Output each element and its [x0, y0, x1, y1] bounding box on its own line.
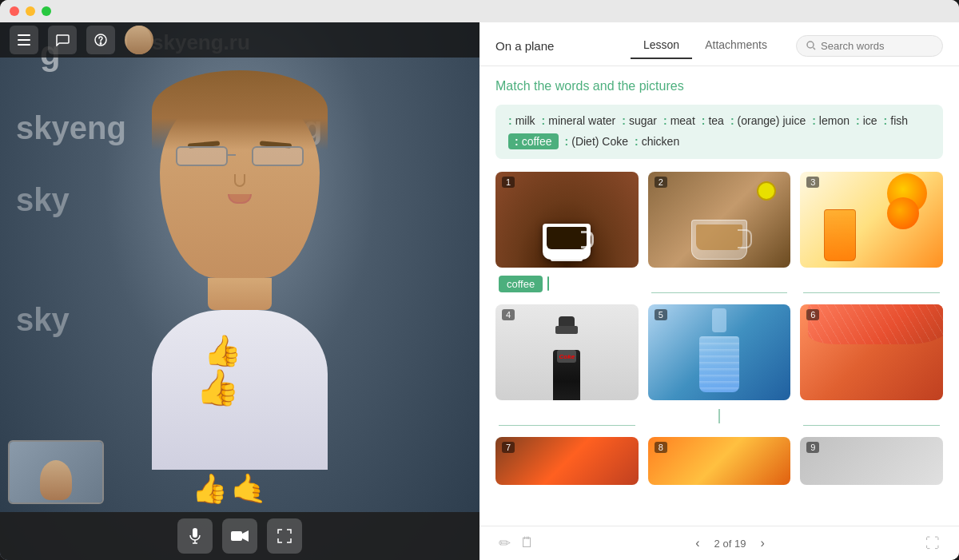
- answer-blank-4: [499, 407, 635, 426]
- help-button[interactable]: [86, 26, 115, 54]
- minimize-button[interactable]: [26, 6, 35, 16]
- image-card-1[interactable]: 1 coffee: [495, 172, 639, 295]
- word-tag-sugar[interactable]: sugar: [622, 114, 657, 127]
- video-panel: g skyeng.ru skyeng veng sky sky: [0, 22, 480, 560]
- word-tag-coffee[interactable]: coffee: [508, 133, 559, 149]
- svg-point-9: [807, 42, 814, 48]
- answer-blank-6: [803, 407, 940, 426]
- image-9[interactable]: 9: [800, 437, 943, 485]
- answer-word-1: coffee: [499, 276, 543, 292]
- answer-area-2: [648, 272, 791, 295]
- emoji-reaction-2: 👍: [196, 367, 240, 408]
- user-avatar[interactable]: [125, 26, 153, 54]
- image-number-9: 9: [806, 442, 819, 453]
- image-cola[interactable]: 4 Coke: [495, 304, 639, 400]
- search-input[interactable]: [821, 40, 933, 52]
- answer-blank-2: [651, 274, 788, 293]
- word-tag-milk[interactable]: milk: [508, 114, 535, 127]
- image-card-5[interactable]: 5: [648, 304, 791, 427]
- lesson-body: Match the words and the pictures milk mi…: [480, 66, 959, 526]
- image-number-7: 7: [502, 442, 515, 453]
- lesson-tabs: Lesson Attachments: [631, 32, 780, 59]
- svg-rect-1: [18, 39, 30, 41]
- tab-lesson[interactable]: Lesson: [631, 32, 692, 59]
- answer-area-6: [800, 405, 943, 427]
- word-tag-diet-coke[interactable]: (Diet) Coke: [565, 133, 628, 149]
- pagination: ✏ 🗒 ‹ 2 of 19 › ⛶: [480, 526, 959, 560]
- expand-button[interactable]: [267, 518, 302, 554]
- answer-area-1: coffee: [495, 272, 639, 295]
- prev-page-button[interactable]: ‹: [689, 533, 706, 554]
- search-icon: [806, 41, 816, 50]
- svg-point-4: [100, 43, 101, 44]
- image-number-1: 1: [502, 177, 515, 188]
- image-card-2[interactable]: 2: [648, 172, 791, 295]
- mini-video: [8, 440, 104, 504]
- word-tag-lemon[interactable]: lemon: [812, 114, 850, 127]
- lesson-title: On a plane: [495, 39, 554, 53]
- tab-attachments[interactable]: Attachments: [692, 32, 780, 59]
- lesson-header: On a plane Lesson Attachments: [480, 22, 959, 66]
- image-card-9[interactable]: 9: [800, 437, 943, 485]
- emoji-thumbsup: 👍: [192, 472, 228, 506]
- mic-button[interactable]: [177, 518, 213, 554]
- video-background: g skyeng.ru skyeng veng sky sky: [0, 22, 480, 560]
- image-number-4: 4: [502, 309, 515, 320]
- image-coffee[interactable]: 1: [495, 172, 639, 268]
- image-8[interactable]: 8: [648, 437, 791, 485]
- word-tag-tea[interactable]: tea: [702, 114, 724, 127]
- top-toolbar: [0, 22, 480, 58]
- image-number-2: 2: [655, 177, 667, 188]
- titlebar: [0, 0, 959, 22]
- image-salmon[interactable]: 6: [800, 304, 943, 400]
- chat-button[interactable]: [48, 26, 77, 54]
- emoji-row: 👍 🤙: [192, 472, 267, 506]
- fullscreen-icon[interactable]: ⛶: [925, 535, 940, 551]
- brand-watermark-5: sky: [16, 182, 70, 218]
- word-tags-container: milk mineral water sugar meat tea (orang…: [495, 105, 943, 159]
- camera-button[interactable]: [222, 518, 257, 554]
- image-7[interactable]: 7: [495, 437, 639, 485]
- image-water[interactable]: 5: [648, 304, 791, 400]
- page-info: 2 of 19: [714, 538, 746, 550]
- svg-rect-5: [193, 528, 197, 538]
- answer-area-5: [648, 405, 791, 427]
- image-card-3[interactable]: 3: [800, 172, 943, 295]
- image-card-6[interactable]: 6: [800, 304, 943, 427]
- word-tag-meat[interactable]: meat: [663, 114, 695, 127]
- image-number-6: 6: [806, 309, 819, 320]
- main-content: g skyeng.ru skyeng veng sky sky: [0, 22, 959, 560]
- maximize-button[interactable]: [42, 6, 51, 16]
- image-card-7[interactable]: 7: [495, 437, 639, 485]
- image-card-8[interactable]: 8: [648, 437, 791, 485]
- answer-area-3: [800, 272, 943, 295]
- lesson-panel: On a plane Lesson Attachments: [480, 22, 959, 560]
- image-juice[interactable]: 3: [800, 172, 943, 268]
- word-tag-ice[interactable]: ice: [856, 114, 877, 127]
- svg-rect-2: [18, 44, 30, 46]
- pencil-icon[interactable]: ✏: [499, 534, 511, 552]
- next-page-button[interactable]: ›: [754, 533, 770, 554]
- image-card-4[interactable]: 4 Coke: [495, 304, 639, 427]
- svg-line-10: [814, 48, 816, 50]
- image-tea[interactable]: 2: [648, 172, 791, 268]
- emoji-reaction-1: 👍: [204, 333, 241, 368]
- close-button[interactable]: [10, 6, 19, 16]
- image-grid: 1 coffee: [495, 172, 943, 485]
- image-number-5: 5: [655, 309, 667, 320]
- brand-watermark-6: sky: [16, 302, 70, 338]
- video-toolbar: [0, 512, 480, 560]
- lesson-title-row: On a plane Lesson Attachments: [495, 32, 943, 59]
- word-tag-fish[interactable]: fish: [884, 114, 908, 127]
- word-tag-orange-juice[interactable]: (orange) juice: [730, 114, 806, 127]
- word-tag-chicken[interactable]: chicken: [635, 133, 679, 149]
- emoji-love: 🤙: [231, 472, 267, 506]
- sticky-note-icon[interactable]: 🗒: [520, 534, 535, 552]
- word-tag-mineral-water[interactable]: mineral water: [542, 114, 616, 127]
- app-window: g skyeng.ru skyeng veng sky sky: [0, 0, 959, 560]
- menu-button[interactable]: [10, 26, 38, 54]
- image-number-8: 8: [655, 442, 667, 453]
- svg-rect-0: [18, 34, 30, 36]
- search-box[interactable]: [796, 35, 943, 57]
- image-number-3: 3: [806, 177, 819, 188]
